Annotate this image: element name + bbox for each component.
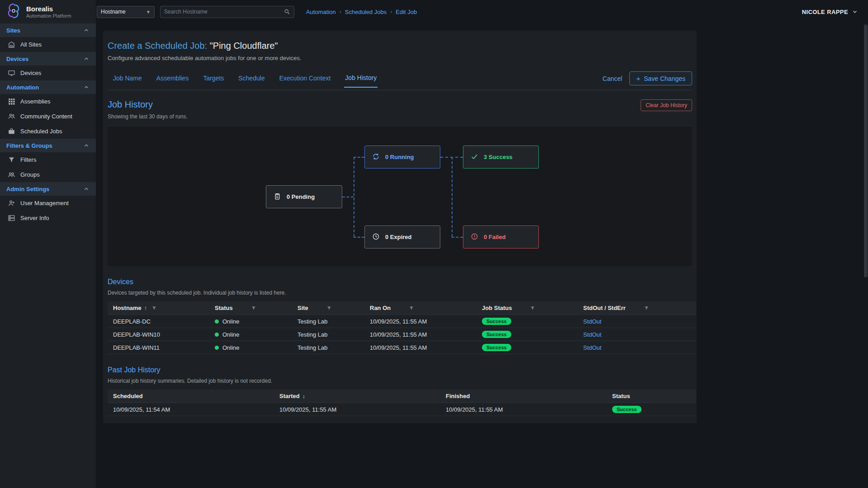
chevron-up-icon	[83, 142, 90, 149]
tab-actions: Cancel + Save Changes	[603, 71, 692, 90]
sidebar-item-community-content[interactable]: Community Content	[0, 109, 96, 124]
column-header-job-status[interactable]: Job Status	[476, 305, 578, 311]
hostname-select[interactable]: Hostname ▼	[97, 6, 155, 18]
status-cell: Success	[607, 406, 696, 413]
breadcrumb-automation[interactable]: Automation	[306, 9, 336, 15]
building-icon	[7, 41, 15, 49]
stdout-cell: StdOut	[578, 331, 696, 338]
sidebar-section-devices[interactable]: Devices	[0, 52, 96, 66]
stdout-link[interactable]: StdOut	[583, 344, 601, 351]
table-row[interactable]: DEEPLAB-DC Online Testing Lab 10/09/2025…	[108, 314, 696, 328]
stdout-link[interactable]: StdOut	[583, 318, 601, 325]
stdout-cell: StdOut	[578, 318, 696, 325]
sidebar-section-automation[interactable]: Automation	[0, 80, 96, 94]
sidebar-item-filters[interactable]: Filters	[0, 152, 96, 167]
scrollbar[interactable]	[863, 0, 868, 488]
connector-line	[452, 237, 463, 238]
table-row[interactable]: 10/09/2025, 11:54 AM 10/09/2025, 11:55 A…	[108, 403, 696, 416]
scrollbar-thumb[interactable]	[864, 24, 868, 277]
sidebar-item-label: Assemblies	[20, 98, 50, 105]
online-status-dot	[215, 346, 219, 350]
tab-job-history[interactable]: Job History	[344, 74, 377, 88]
sidebar-item-user-management[interactable]: User Management	[0, 196, 96, 211]
table-row[interactable]: DEEPLAB-WIN10 Online Testing Lab 10/09/2…	[108, 328, 696, 341]
sidebar-item-all-sites[interactable]: All Sites	[0, 37, 96, 52]
groups-icon	[7, 171, 15, 179]
filter-icon[interactable]	[251, 305, 256, 311]
success-node: 3 Success	[463, 145, 539, 169]
sidebar-item-devices[interactable]: Devices	[0, 66, 96, 80]
ran-on-cell: 10/09/2025, 11:55 AM	[364, 318, 476, 325]
devices-table-header: Hostname ↑ Status	[108, 301, 696, 314]
column-header-status[interactable]: Status	[607, 393, 696, 399]
sidebar-item-groups[interactable]: Groups	[0, 167, 96, 182]
past-job-history-subheading: Historical job history summaries. Detail…	[108, 378, 692, 384]
sidebar-item-label: Scheduled Jobs	[20, 128, 62, 135]
breadcrumb-edit-job[interactable]: Edit Job	[396, 9, 417, 15]
sidebar-item-label: Filters	[20, 156, 36, 163]
sidebar-section-filters-groups[interactable]: Filters & Groups	[0, 139, 96, 152]
tab-execution-context[interactable]: Execution Context	[278, 75, 332, 87]
site-cell: Testing Lab	[292, 318, 364, 325]
search-box	[160, 6, 294, 18]
sidebar-item-scheduled-jobs[interactable]: Scheduled Jobs	[0, 124, 96, 139]
column-header-finished[interactable]: Finished	[440, 393, 607, 399]
hostname-cell: DEEPLAB-DC	[108, 318, 209, 325]
breadcrumb-scheduled-jobs[interactable]: Scheduled Jobs	[345, 9, 387, 15]
column-header-started[interactable]: Started ↓	[274, 393, 440, 399]
section-label: Admin Settings	[6, 186, 49, 192]
status-badge: Success	[482, 344, 511, 351]
sidebar-section-sites[interactable]: Sites	[0, 23, 96, 37]
filter-icon[interactable]	[409, 305, 414, 311]
pending-node: 0 Pending	[266, 185, 342, 208]
sidebar-section-admin-settings[interactable]: Admin Settings	[0, 182, 96, 196]
search-icon[interactable]	[284, 9, 290, 15]
clear-job-history-button[interactable]: Clear Job History	[641, 99, 692, 111]
column-header-scheduled[interactable]: Scheduled	[108, 393, 274, 399]
page-subtitle: Configure advanced schedulable automatio…	[108, 55, 692, 61]
tab-targets[interactable]: Targets	[202, 75, 225, 87]
funnel-icon	[7, 156, 15, 164]
connector-line	[342, 197, 354, 197]
filter-icon[interactable]	[326, 305, 332, 311]
cancel-button[interactable]: Cancel	[603, 75, 623, 82]
column-header-site[interactable]: Site	[292, 305, 364, 311]
column-header-status[interactable]: Status	[209, 305, 292, 311]
borealis-logo-icon	[5, 2, 23, 22]
ran-on-cell: 10/09/2025, 11:55 AM	[364, 331, 476, 338]
started-cell: 10/09/2025, 11:55 AM	[274, 406, 440, 413]
search-input[interactable]	[164, 9, 284, 15]
chevron-up-icon	[83, 84, 90, 90]
check-icon	[471, 153, 478, 162]
save-changes-label: Save Changes	[644, 75, 685, 82]
tab-schedule[interactable]: Schedule	[237, 75, 265, 87]
running-node: 0 Running	[364, 145, 440, 169]
devices-heading: Devices	[108, 278, 692, 286]
filter-icon[interactable]	[644, 305, 649, 311]
save-changes-button[interactable]: + Save Changes	[629, 71, 692, 85]
status-cell: Online	[209, 331, 292, 338]
connector-line	[354, 157, 364, 158]
table-row[interactable]: DEEPLAB-WIN11 Online Testing Lab 10/09/2…	[108, 341, 696, 354]
column-header-ran-on[interactable]: Ran On	[364, 305, 476, 311]
page-title: Create a Scheduled Job: "Ping Cloudflare…	[108, 41, 692, 51]
ran-on-cell: 10/09/2025, 11:55 AM	[364, 344, 476, 351]
connector-line	[354, 237, 364, 238]
tab-assemblies[interactable]: Assemblies	[156, 75, 190, 87]
stdout-link[interactable]: StdOut	[583, 331, 601, 338]
user-menu[interactable]: NICOLE RAPPE	[802, 9, 858, 15]
tab-job-name[interactable]: Job Name	[112, 75, 143, 87]
past-job-history-table: Scheduled Started ↓ Finished Status	[108, 389, 696, 416]
filter-icon[interactable]	[530, 305, 535, 311]
sidebar-item-server-info[interactable]: Server Info	[0, 211, 96, 225]
section-label: Filters & Groups	[6, 142, 52, 149]
failed-label: 0 Failed	[484, 234, 505, 240]
breadcrumb: Automation › Scheduled Jobs › Edit Job	[306, 9, 417, 15]
clock-icon	[372, 233, 380, 242]
sidebar-item-assemblies[interactable]: Assemblies	[0, 94, 96, 109]
main-column: Hostname ▼ Automation › Scheduled Jobs ›…	[96, 0, 868, 488]
hostname-cell: DEEPLAB-WIN11	[108, 344, 209, 351]
column-header-stdout-stderr[interactable]: StdOut / StdErr	[578, 305, 696, 311]
filter-icon[interactable]	[151, 305, 157, 311]
column-header-hostname[interactable]: Hostname ↑	[108, 305, 209, 311]
